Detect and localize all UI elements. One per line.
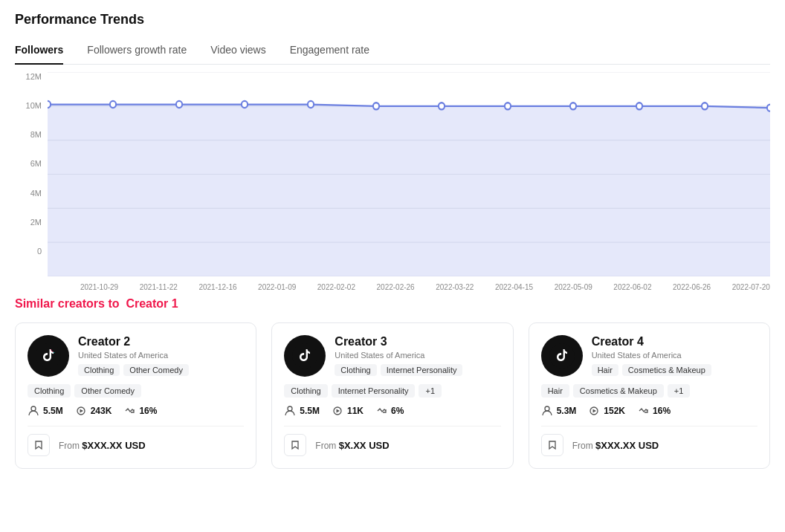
- creator-2-header: Creator 2 United States of America Cloth…: [28, 335, 244, 377]
- creator-card-2: Creator 2 United States of America Cloth…: [15, 322, 256, 469]
- creator-4-tags: Hair Cosmetics & Makeup +1: [541, 384, 757, 398]
- tab-followers-growth[interactable]: Followers growth rate: [87, 38, 187, 65]
- svg-point-10: [176, 101, 182, 108]
- views-icon-4: [588, 405, 600, 417]
- svg-point-14: [439, 103, 445, 109]
- creator-2-views: 243K: [75, 405, 112, 417]
- svg-marker-23: [80, 409, 83, 413]
- page-wrapper: Performance Trends Followers Followers g…: [0, 0, 785, 532]
- tiktok-icon-4: [549, 343, 575, 369]
- creator-4-country: United States of America: [592, 351, 757, 360]
- views-icon: [75, 405, 87, 417]
- chart-svg: [48, 72, 770, 276]
- creator-4-name: Creator 4: [592, 335, 757, 348]
- creator-3-name: Creator 3: [335, 335, 500, 348]
- creator-4-price: From $XXX.XX USD: [572, 440, 659, 451]
- creator-3-tags-header: Clothing Internet Personality: [335, 364, 500, 376]
- y-axis: 12M 10M 8M 6M 4M 2M 0: [15, 72, 48, 276]
- svg-point-17: [636, 103, 642, 109]
- engagement-icon: [123, 405, 135, 417]
- creator-3-info: Creator 3 United States of America Cloth…: [335, 335, 500, 376]
- tiktok-icon-3: [292, 343, 317, 369]
- bookmark-icon-4: [547, 440, 558, 450]
- creator-3-avatar: [284, 335, 326, 377]
- bookmark-icon: [33, 440, 44, 450]
- svg-point-18: [702, 103, 708, 109]
- creator-3-price: From $X.XX USD: [315, 440, 389, 451]
- engagement-icon-4: [637, 405, 649, 417]
- creator-2-tags: Clothing Other Comedy: [28, 384, 244, 398]
- svg-point-21: [31, 406, 36, 411]
- creator-4-stats: 5.3M 152K 16%: [541, 405, 757, 417]
- svg-point-8: [48, 101, 51, 108]
- creator-3-footer: From $X.XX USD: [284, 426, 500, 456]
- views-icon-3: [332, 405, 343, 417]
- creator-2-footer: From $XXX.XX USD: [28, 426, 244, 456]
- bookmark-button-2[interactable]: [28, 434, 50, 456]
- bookmark-button-3[interactable]: [284, 434, 306, 456]
- svg-point-11: [242, 101, 248, 108]
- creator-2-name: Creator 2: [78, 335, 244, 348]
- creator-2-info: Creator 2 United States of America Cloth…: [78, 335, 244, 376]
- performance-section: Performance Trends Followers Followers g…: [15, 12, 770, 276]
- x-axis: 2021-10-29 2021-11-22 2021-12-16 2022-01…: [48, 283, 770, 291]
- creator-2-engagement: 16%: [123, 405, 157, 417]
- tab-video-views[interactable]: Video views: [210, 38, 265, 65]
- svg-point-15: [505, 103, 511, 109]
- creator-2-tags-header: Clothing Other Comedy: [78, 364, 244, 376]
- svg-point-29: [545, 406, 549, 411]
- svg-marker-7: [48, 105, 770, 276]
- bookmark-button-4[interactable]: [541, 434, 563, 456]
- creators-grid: Creator 2 United States of America Cloth…: [15, 322, 770, 469]
- creator-2-followers: 5.5M: [28, 405, 63, 417]
- creator-2-country: United States of America: [78, 351, 244, 360]
- svg-marker-27: [337, 409, 340, 413]
- creator-3-country: United States of America: [335, 351, 500, 360]
- creator-3-stats: 5.5M 11K 6%: [284, 405, 500, 417]
- svg-point-16: [570, 103, 576, 109]
- creator-card-4: Creator 4 United States of America Hair …: [529, 322, 770, 469]
- creator-3-engagement: 6%: [375, 405, 404, 417]
- tab-followers[interactable]: Followers: [15, 38, 63, 65]
- svg-point-12: [308, 101, 314, 108]
- svg-point-9: [110, 101, 116, 108]
- svg-point-13: [373, 103, 379, 109]
- followers-icon-3: [284, 405, 296, 417]
- creator-4-followers: 5.3M: [541, 405, 577, 417]
- creator-3-tags: Clothing Internet Personality +1: [284, 384, 500, 398]
- creator-4-header: Creator 4 United States of America Hair …: [541, 335, 757, 377]
- creator-4-avatar: [541, 335, 583, 377]
- tabs-container: Followers Followers growth rate Video vi…: [15, 38, 770, 65]
- similar-title: Similar creators to Creator 1: [15, 297, 770, 311]
- tiktok-icon: [36, 343, 61, 369]
- chart-container: 12M 10M 8M 6M 4M 2M 0: [15, 65, 770, 276]
- engagement-icon-3: [375, 405, 387, 417]
- bookmark-icon-3: [290, 440, 300, 450]
- creator-2-price: From $XXX.XX USD: [59, 440, 146, 451]
- svg-point-28: [549, 343, 575, 369]
- svg-marker-31: [593, 409, 597, 413]
- svg-point-24: [292, 343, 317, 369]
- similar-section: Similar creators to Creator 1: [15, 297, 770, 469]
- chart-area: 2021-10-29 2021-11-22 2021-12-16 2022-01…: [48, 72, 770, 276]
- svg-point-20: [36, 343, 61, 369]
- tab-engagement[interactable]: Engagement rate: [290, 38, 369, 65]
- followers-icon-4: [541, 405, 553, 417]
- creator-3-views: 11K: [332, 405, 364, 417]
- creator-3-followers: 5.5M: [284, 405, 320, 417]
- creator-4-tags-header: Hair Cosmetics & Makeup: [592, 364, 757, 376]
- followers-icon: [28, 405, 39, 417]
- creator-4-engagement: 16%: [637, 405, 671, 417]
- creator-2-stats: 5.5M 243K 16%: [28, 405, 244, 417]
- creator-4-footer: From $XXX.XX USD: [541, 426, 757, 456]
- creator-4-views: 152K: [588, 405, 625, 417]
- creator-2-avatar: [28, 335, 69, 377]
- section-title: Performance Trends: [15, 12, 770, 27]
- creator-3-header: Creator 3 United States of America Cloth…: [284, 335, 500, 377]
- svg-point-19: [767, 105, 770, 111]
- creator-card-3: Creator 3 United States of America Cloth…: [271, 322, 513, 469]
- creator-4-info: Creator 4 United States of America Hair …: [592, 335, 757, 376]
- svg-point-25: [288, 406, 292, 411]
